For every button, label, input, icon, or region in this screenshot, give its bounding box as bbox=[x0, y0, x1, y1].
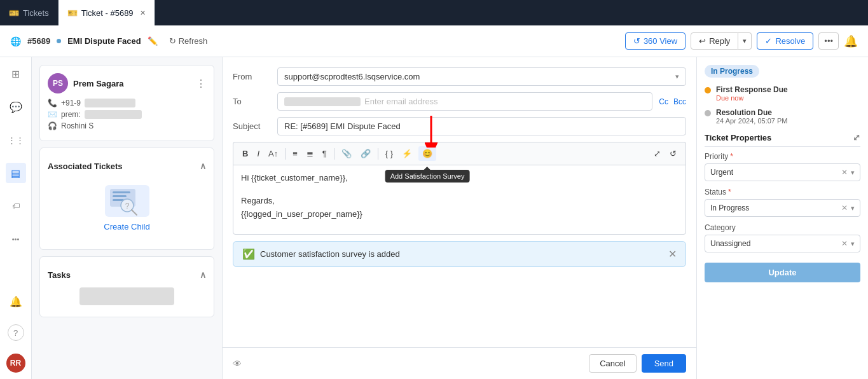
ticket-properties-label: Ticket Properties bbox=[705, 133, 771, 142]
subject-input[interactable]: RE: [#5689] EMI Dispute Faced bbox=[277, 117, 686, 135]
sla-dot-orange bbox=[705, 87, 711, 93]
survey-tooltip: Add Satisfaction Survey bbox=[385, 170, 470, 183]
nav-label-icon[interactable]: 🏷 bbox=[6, 196, 26, 216]
send-button[interactable]: Send bbox=[642, 354, 686, 373]
contact-info: PS Prem Sagara bbox=[48, 73, 124, 93]
status-chevron[interactable]: ▾ bbox=[851, 204, 855, 212]
to-input[interactable]: Enter email address bbox=[277, 92, 652, 111]
tasks-placeholder bbox=[79, 287, 174, 305]
ticket-status-dot bbox=[57, 39, 61, 43]
cc-button[interactable]: Cc bbox=[659, 97, 668, 106]
nav-help-icon[interactable]: ? bbox=[8, 324, 24, 341]
left-nav: ⊞ 💬 ⋮⋮ ▤ 🏷 ••• 🔔 ? RR bbox=[0, 57, 32, 379]
priority-clear-icon[interactable]: ✕ bbox=[841, 168, 848, 177]
create-child-area: ? Create Child bbox=[48, 175, 206, 242]
side-panel: PS Prem Sagara ⋮ 📞 +91-9 ✉️ prem: 🎧 Rosh… bbox=[32, 57, 223, 379]
phone-icon: 📞 bbox=[48, 99, 57, 107]
phone-value: +91-9 bbox=[61, 99, 81, 107]
more-button[interactable]: ••• bbox=[818, 32, 839, 50]
category-chevron[interactable]: ▾ bbox=[851, 240, 855, 248]
subject-label: Subject bbox=[233, 121, 271, 131]
tooltip-arrow bbox=[424, 167, 431, 170]
tasks-collapse[interactable]: ∧ bbox=[200, 270, 206, 280]
from-select[interactable]: support@scprodtest6.lsqservice.com ▾ bbox=[277, 67, 686, 86]
paragraph-button[interactable]: ¶ bbox=[319, 146, 331, 161]
nav-bell-icon[interactable]: 🔔 bbox=[6, 291, 26, 312]
ticket-id: #5689 bbox=[27, 36, 50, 46]
ordered-list-button[interactable]: ≡ bbox=[289, 146, 301, 161]
bell-button[interactable]: 🔔 bbox=[844, 34, 858, 48]
update-button[interactable]: Update bbox=[705, 263, 860, 282]
to-label: To bbox=[233, 97, 271, 106]
tab-close-icon[interactable]: ✕ bbox=[140, 9, 146, 17]
360-icon: ↺ bbox=[633, 36, 640, 46]
unordered-list-button[interactable]: ≣ bbox=[303, 146, 317, 161]
email-value: prem: bbox=[61, 110, 81, 119]
right-panel: In Progress First Response Due Due now R… bbox=[696, 57, 868, 379]
reply-button[interactable]: ↩ Reply bbox=[691, 32, 738, 50]
sla-first-response-info: First Response Due Due now bbox=[716, 85, 788, 102]
associated-tickets-card: Associated Tickets ∧ ? Create Child bbox=[39, 148, 214, 250]
refresh-button[interactable]: ↻ Refresh bbox=[164, 34, 213, 48]
survey-close-button[interactable]: ✕ bbox=[668, 248, 677, 260]
tasks-card: Tasks ∧ bbox=[39, 256, 214, 317]
properties-expand-icon[interactable]: ⤢ bbox=[853, 132, 860, 142]
tab-ticket-5689[interactable]: 🎫 Ticket - #5689 ✕ bbox=[59, 0, 155, 25]
ticket-title: EMI Dispute Faced bbox=[67, 36, 141, 46]
tickets-tab-icon: 🎫 bbox=[9, 8, 19, 18]
body-line-3: {{logged_in_user_proper_name}} bbox=[241, 209, 678, 219]
contact-more-icon[interactable]: ⋮ bbox=[196, 78, 206, 90]
contact-email: ✉️ prem: bbox=[48, 110, 206, 119]
undo-button[interactable]: ↺ bbox=[666, 146, 680, 161]
sla-resolution: Resolution Due 24 Apr 2024, 05:07 PM bbox=[705, 108, 860, 125]
contact-agent: 🎧 Roshini S bbox=[48, 121, 206, 130]
status-select[interactable]: In Progress ✕ ▾ bbox=[705, 199, 860, 217]
nav-table-icon[interactable]: ▤ bbox=[6, 163, 26, 183]
category-clear-icon[interactable]: ✕ bbox=[841, 239, 848, 248]
status-required: * bbox=[728, 188, 731, 196]
bold-button[interactable]: B bbox=[238, 146, 252, 161]
360-label: 360 View bbox=[644, 36, 677, 46]
link-button[interactable]: 🔗 bbox=[357, 146, 375, 161]
priority-select[interactable]: Urgent ✕ ▾ bbox=[705, 163, 860, 181]
category-select[interactable]: Unassigned ✕ ▾ bbox=[705, 235, 860, 252]
status-clear-icon[interactable]: ✕ bbox=[841, 203, 848, 212]
tab-area: 🎫 Tickets 🎫 Ticket - #5689 ✕ bbox=[0, 0, 155, 25]
priority-label: Priority * bbox=[705, 152, 860, 161]
associated-tickets-header: Associated Tickets ∧ bbox=[48, 156, 206, 175]
attachment-button[interactable]: 📎 bbox=[338, 146, 355, 161]
nav-more-icon[interactable]: ••• bbox=[6, 229, 26, 249]
survey-check-icon: ✅ bbox=[242, 248, 255, 260]
ticket-tab-icon: 🎫 bbox=[67, 8, 78, 18]
bcc-button[interactable]: Bcc bbox=[673, 97, 686, 106]
eye-icon[interactable]: 👁 bbox=[233, 359, 242, 369]
reply-dropdown-button[interactable]: ▾ bbox=[738, 32, 752, 50]
status-field: Status * In Progress ✕ ▾ bbox=[705, 188, 860, 217]
reply-icon: ↩ bbox=[699, 36, 706, 46]
360-view-button[interactable]: ↺ 360 View bbox=[625, 32, 685, 50]
nav-chat-icon[interactable]: 💬 bbox=[6, 97, 26, 117]
phone-blurred bbox=[85, 99, 135, 107]
cancel-button[interactable]: Cancel bbox=[589, 354, 636, 373]
tab-tickets[interactable]: 🎫 Tickets bbox=[0, 0, 59, 25]
priority-controls: ✕ ▾ bbox=[841, 168, 855, 177]
resolve-button[interactable]: ✓ Resolve bbox=[757, 32, 813, 50]
from-label: From bbox=[233, 72, 271, 81]
code-button[interactable]: { } bbox=[382, 146, 397, 161]
create-child-link[interactable]: Create Child bbox=[104, 222, 149, 231]
associated-tickets-collapse[interactable]: ∧ bbox=[200, 161, 206, 171]
font-size-button[interactable]: A↑ bbox=[265, 146, 282, 161]
resolve-label: Resolve bbox=[775, 36, 805, 46]
expand-editor-button[interactable]: ⤢ bbox=[650, 146, 665, 161]
body-line-2: Regards, bbox=[241, 196, 678, 205]
edit-icon[interactable]: ✏️ bbox=[148, 36, 158, 46]
sla-resolution-label: Resolution Due bbox=[716, 108, 788, 117]
priority-chevron[interactable]: ▾ bbox=[851, 169, 855, 177]
globe-icon: 🌐 bbox=[10, 36, 21, 46]
user-avatar[interactable]: RR bbox=[6, 354, 25, 373]
italic-button[interactable]: I bbox=[253, 146, 263, 161]
priority-field: Priority * Urgent ✕ ▾ bbox=[705, 152, 860, 181]
action-row: 👁 Cancel Send bbox=[223, 347, 696, 379]
nav-grid-icon[interactable]: ⊞ bbox=[6, 64, 26, 84]
nav-apps-icon[interactable]: ⋮⋮ bbox=[6, 130, 26, 150]
